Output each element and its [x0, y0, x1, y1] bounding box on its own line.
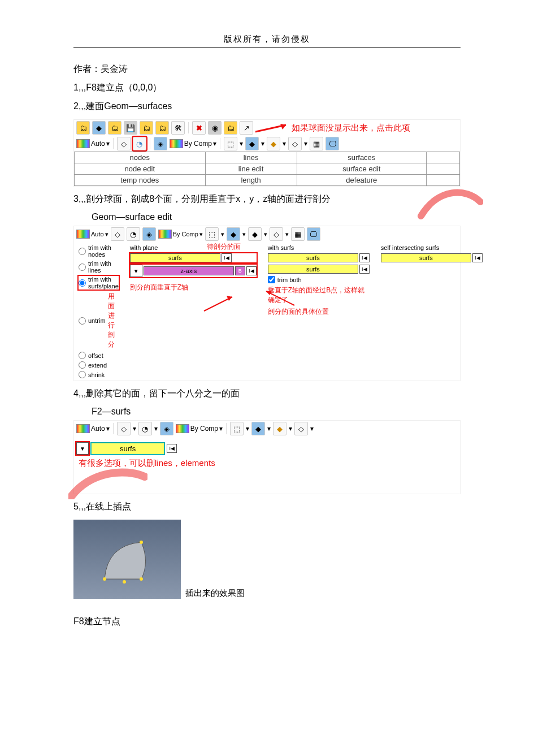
menu-length[interactable]: length [205, 175, 297, 186]
monitor-icon[interactable]: 🖵 [307, 227, 320, 241]
step-3: 3,,,剖分球面，剖成8个面，分别用垂直于x，y，z轴的面进行剖分 [73, 193, 461, 205]
tool-icon[interactable]: 🛠 [171, 121, 185, 135]
page-header: 版权所有，请勿侵权 [73, 34, 461, 47]
watermark-stroke-icon [68, 465, 147, 499]
svg-point-8 [140, 577, 143, 581]
separator [150, 138, 150, 149]
surfs-selector[interactable]: surfs [91, 443, 164, 455]
folder-icon[interactable]: 🗂 [76, 121, 90, 135]
shaded-surfs-icon[interactable]: ◔ [133, 137, 146, 150]
auto-color-dropdown[interactable]: Auto▾ [76, 424, 110, 433]
cube-icon[interactable]: ◈ [142, 227, 156, 241]
close-icon[interactable]: ✖ [192, 121, 206, 135]
step-2: 2,,,建面Geom—surfaces [73, 101, 461, 113]
entity-type-dropdown[interactable]: ▼ [76, 442, 89, 455]
cube-icon[interactable]: ◆ [92, 121, 106, 135]
effect-render [73, 520, 181, 599]
reset-sel-icon[interactable]: I◀ [167, 444, 177, 453]
folder-icon[interactable]: 🗂 [155, 121, 169, 135]
opt-trim-lines[interactable]: trim with lines [79, 260, 119, 274]
step-5b: F8建立节点 [73, 616, 461, 628]
menu-defeature[interactable]: defeature [297, 175, 426, 186]
reset-sel-icon[interactable]: I◀ [359, 265, 370, 274]
bycomp-label: By Comp [190, 425, 218, 433]
wire-icon[interactable]: ◇ [117, 422, 131, 435]
bycomp-label: By Comp [184, 140, 212, 148]
opt-offset[interactable]: offset [79, 352, 119, 359]
surfs-selector-3[interactable]: surfs [268, 265, 358, 274]
effect-caption: 插出来的效果图 [185, 588, 245, 599]
red-arrow-icon [261, 288, 306, 311]
svg-point-9 [123, 580, 126, 584]
menu-line-edit[interactable]: line edit [205, 163, 297, 175]
opt-extend[interactable]: extend [79, 361, 119, 369]
shaded-icon[interactable]: ◔ [127, 227, 140, 241]
menu-node-edit[interactable]: node edit [75, 163, 206, 175]
reset-sel-icon[interactable]: I◀ [222, 253, 232, 262]
surfs-selector-4[interactable]: surfs [381, 253, 471, 262]
menu-surfaces[interactable]: surfaces [297, 152, 426, 163]
bycomp-dropdown[interactable]: By Comp▾ [176, 424, 223, 433]
disk-icon[interactable]: 💾 [124, 121, 137, 135]
solidcube-icon[interactable]: ◆ [245, 137, 259, 150]
bycomp-label: By Comp [173, 231, 198, 237]
diamond-icon[interactable]: ◆ [248, 227, 262, 241]
wirecube-icon[interactable]: ⬚ [205, 227, 219, 241]
folder-icon[interactable]: 🗂 [108, 121, 121, 135]
auto-label: Auto [91, 425, 105, 433]
chk-trim-both[interactable]: trim both [268, 276, 370, 283]
surfs-selector-2[interactable]: surfs [268, 253, 358, 262]
reset-sel-icon[interactable]: I◀ [246, 266, 257, 275]
svg-line-4 [266, 291, 294, 305]
wire-icon[interactable]: ◇ [117, 137, 131, 150]
diamond-icon[interactable]: ◆ [273, 422, 286, 435]
author-line: 作者：吴金涛 [73, 63, 461, 75]
wire-icon[interactable]: ◇ [111, 227, 124, 241]
reset-sel-icon[interactable]: I◀ [359, 253, 370, 262]
diamond-icon[interactable]: ◆ [267, 137, 280, 150]
opt-trim-surfs-plane[interactable]: trim with surfs/plane [79, 276, 119, 290]
bycomp-dropdown[interactable]: By Comp▾ [158, 230, 203, 239]
menu-surface-edit[interactable]: surface edit [297, 163, 426, 175]
color-swatch-icon [158, 230, 172, 239]
wirecube-icon[interactable]: ⬚ [224, 137, 237, 150]
folder-icon[interactable]: 🗂 [224, 121, 237, 135]
separator [113, 423, 114, 434]
shape-icon[interactable]: ◉ [208, 121, 222, 135]
zaxis-selector[interactable]: z-axis [144, 266, 234, 275]
grid-icon[interactable]: ▦ [291, 227, 305, 241]
separator [226, 423, 227, 434]
menu-nodes[interactable]: nodes [75, 152, 206, 163]
b-point-button[interactable]: B [235, 266, 245, 275]
step-4-sub: F2—surfs [73, 407, 461, 417]
plane-icon[interactable]: ◇ [270, 227, 283, 241]
step-1: 1,,,F8建立点（0,0,0） [73, 82, 461, 94]
grid-icon[interactable]: ▦ [310, 137, 323, 150]
opt-trim-nodes[interactable]: trim with nodes [79, 244, 119, 258]
arrow-icon[interactable]: ↗ [240, 121, 253, 135]
shaded-icon[interactable]: ◔ [138, 422, 152, 435]
bycomp-dropdown[interactable]: By Comp ▾ [170, 139, 216, 148]
opt-shrink[interactable]: shrink [79, 371, 119, 378]
cube-icon[interactable]: ◈ [160, 422, 173, 435]
plane-icon[interactable]: ◇ [294, 422, 308, 435]
watermark-stroke-icon [415, 182, 483, 222]
surfs-selector[interactable]: surfs [130, 253, 220, 262]
reset-sel-icon[interactable]: I◀ [472, 253, 483, 262]
solidcube-icon[interactable]: ◆ [227, 227, 240, 241]
menu-temp-nodes[interactable]: temp nodes [75, 175, 206, 186]
opt-untrim[interactable]: untrim 用面进行剖分 [79, 292, 119, 349]
axis-dd[interactable]: ▼ [130, 265, 142, 277]
auto-color-dropdown[interactable]: Auto ▾ [76, 139, 110, 148]
folder-icon[interactable]: 🗂 [140, 121, 153, 135]
cube-icon[interactable]: ◈ [154, 137, 167, 150]
menu-lines[interactable]: lines [205, 152, 297, 163]
annotation-target-face: 待剖分的面 [207, 242, 241, 252]
monitor-icon[interactable]: 🖵 [325, 137, 339, 150]
plane-icon[interactable]: ◇ [288, 137, 302, 150]
solidcube-icon[interactable]: ◆ [251, 422, 265, 435]
auto-label: Auto [91, 140, 105, 148]
wirecube-icon[interactable]: ⬚ [230, 422, 244, 435]
auto-color-dropdown[interactable]: Auto▾ [76, 230, 108, 239]
auto-label: Auto [91, 231, 104, 237]
